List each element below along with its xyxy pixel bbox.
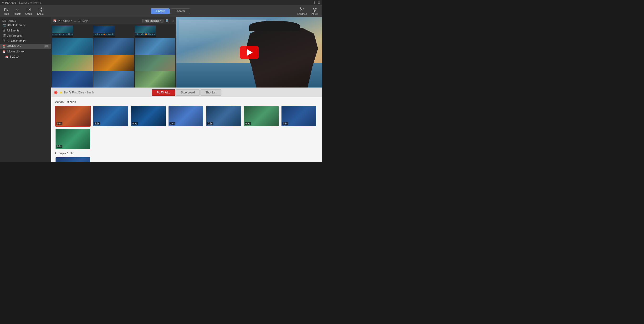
clip-thumbnail-g1 [56, 157, 91, 162]
toolbar: Hide Import Create Share [0, 5, 322, 17]
svg-point-6 [41, 8, 42, 8]
sidebar-item-all-projects[interactable]: 🎬 All Projects [0, 33, 51, 38]
group-section-label: Group – 1 clip [55, 152, 318, 155]
create-button[interactable]: Create [25, 7, 32, 15]
clip-thumb[interactable] [94, 26, 115, 38]
browser-preview: 📅 2014-03-17 — 45 Items Hide Rejected ▾ … [51, 17, 322, 88]
close-button[interactable]: ✕ [54, 91, 58, 94]
share-icon[interactable]: ⬆ [313, 1, 316, 4]
filter-label: Hide Rejected [144, 20, 160, 22]
share-label: Share [37, 13, 44, 15]
panel-toolbar: ✕ ⭐ Zion's First Dive · 1m 9s PLAY ALL S… [51, 88, 322, 97]
panel-tabs: PLAY ALL Storyboard Shot List [152, 90, 222, 96]
play-button[interactable] [240, 46, 259, 59]
svg-point-15 [314, 8, 315, 9]
panel-clip-g1[interactable]: 0.9s [55, 157, 91, 162]
svg-point-16 [315, 9, 316, 10]
playlist-icon: ▶ [2, 1, 4, 4]
right-area: 📅 2014-03-17 — 45 Items Hide Rejected ▾ … [51, 17, 322, 162]
panel-clip-a3[interactable]: 0.9s [130, 106, 166, 126]
panel-clip-a1[interactable]: 0.9s [55, 106, 91, 126]
clip-duration-a7: 0.9s [282, 122, 288, 125]
sidebar-item-iphoto[interactable]: 📷 iPhoto Library [0, 23, 51, 28]
clip-thumb[interactable] [94, 71, 134, 88]
import-button[interactable]: Import [14, 7, 20, 15]
sidebar-stcroix-label: St. Croix Trailer [7, 39, 26, 43]
sidebar-date-label: 2014-03-17 [7, 44, 21, 48]
panel-star-icon: ⭐ [59, 91, 63, 94]
filter-button[interactable]: Hide Rejected ▾ [142, 19, 164, 23]
sidebar-item-3-20-14[interactable]: 📅 3-20-14 [0, 54, 51, 59]
tab-shot-list[interactable]: Shot List [200, 90, 222, 96]
svg-line-10 [40, 10, 41, 11]
tab-library[interactable]: Library [151, 8, 170, 14]
calendar-icon: 📅 [2, 45, 5, 48]
tab-theater[interactable]: Theater [170, 8, 190, 14]
svg-point-7 [39, 9, 40, 10]
clip-duration-a9: 0.9s [56, 145, 62, 148]
panel-clip-a5[interactable]: 0.9s [206, 106, 242, 126]
toolbar-tabs: Library Theater [48, 8, 293, 14]
clip-thumb[interactable] [52, 26, 73, 38]
browser-toolbar-right: Hide Rejected ▾ 🔍 ⊞ [142, 19, 174, 23]
share-button[interactable]: Share [37, 7, 44, 15]
projects-icon: 🎬 [2, 34, 6, 38]
sidebar-item-imovie-library[interactable]: 📅 iMovie Library [0, 49, 51, 54]
film-icon: 🎞 [2, 39, 5, 43]
action-clips-row2: 0.9s [55, 128, 318, 150]
adjust-label: Adjust [312, 13, 318, 15]
sidebar-item-2014-03-17[interactable]: 📅 2014-03-17 [0, 44, 51, 49]
clip-duration-a6: 0.9s [245, 122, 251, 125]
tab-storyboard[interactable]: Storyboard [176, 90, 200, 96]
clip-thumb[interactable] [52, 71, 93, 88]
preview-hat [249, 21, 300, 31]
sidebar-item-all-events[interactable]: 🎞 All Events [0, 28, 51, 33]
panel-title-text: Zion's First Dive [64, 91, 84, 94]
panel-clip-a2[interactable]: 1.5s [93, 106, 128, 126]
top-bar: ▶ PLAYLIST Lessons for iMovie ⬆ ⊡ [0, 0, 322, 5]
photo-icon: 📷 [2, 24, 6, 27]
library-icon: 📅 [2, 50, 5, 53]
browser-separator: — [74, 20, 76, 22]
group-clips-row: 0.9s [55, 157, 318, 162]
close-icon: ✕ [55, 91, 57, 94]
panel-clip-a6[interactable]: 0.9s [243, 106, 279, 126]
top-bar-right: ⬆ ⊡ [313, 1, 320, 4]
svg-rect-0 [4, 8, 6, 11]
clip-duration-a3: 0.9s [132, 122, 138, 125]
svg-point-11 [300, 8, 301, 8]
browser-date: 2014-03-17 [58, 20, 72, 22]
sub-calendar-icon: 📅 [5, 56, 8, 58]
panel-clip-a4[interactable]: 1.4s [168, 106, 204, 126]
panel-clip-a9[interactable]: 0.9s [55, 128, 91, 150]
browser-toolbar: 📅 2014-03-17 — 45 Items Hide Rejected ▾ … [51, 17, 176, 25]
clip-duration-a5: 0.9s [207, 122, 213, 125]
sidebar-imovie-label: iMovie Library [7, 50, 24, 53]
sidebar-3-20-label: 3-20-14 [10, 55, 19, 58]
top-bar-playlist-label: PLAYLIST [5, 1, 18, 4]
enhance-button[interactable]: Enhance [298, 7, 307, 15]
svg-rect-18 [45, 45, 48, 47]
panel-title: ⭐ Zion's First Dive · 1m 9s [59, 91, 94, 94]
panel-content: Action – 9 clips 0.9s 1.5s 0.9s [51, 97, 322, 162]
play-all-button[interactable]: PLAY ALL [152, 90, 176, 96]
browser-item-count: 45 Items [78, 20, 88, 22]
search-icon[interactable]: 🔍 [166, 19, 170, 23]
window-icon[interactable]: ⊡ [318, 1, 320, 4]
panel-toolbar-left: ✕ ⭐ Zion's First Dive · 1m 9s [54, 91, 94, 94]
action-clips-row1: 0.9s 1.5s 0.9s 1.4s [55, 106, 318, 126]
sidebar-item-st-croix[interactable]: 🎞 St. Croix Trailer [0, 38, 51, 44]
clip-duration-a1: 0.9s [56, 122, 62, 125]
clip-thumb[interactable] [135, 26, 156, 38]
clip-duration-a4: 1.4s [170, 122, 176, 125]
layout-icon[interactable]: ⊞ [171, 19, 174, 23]
svg-point-17 [314, 10, 315, 12]
play-icon [247, 49, 253, 56]
libraries-header: LIBRARIES [0, 18, 51, 23]
clip-thumb[interactable] [135, 71, 176, 88]
hide-button[interactable]: Hide [4, 7, 9, 15]
top-bar-left: ▶ PLAYLIST Lessons for iMovie [2, 1, 41, 4]
adjust-button[interactable]: Adjust [312, 7, 318, 15]
svg-point-5 [28, 9, 30, 10]
panel-clip-a7[interactable]: 0.9s [281, 106, 317, 126]
